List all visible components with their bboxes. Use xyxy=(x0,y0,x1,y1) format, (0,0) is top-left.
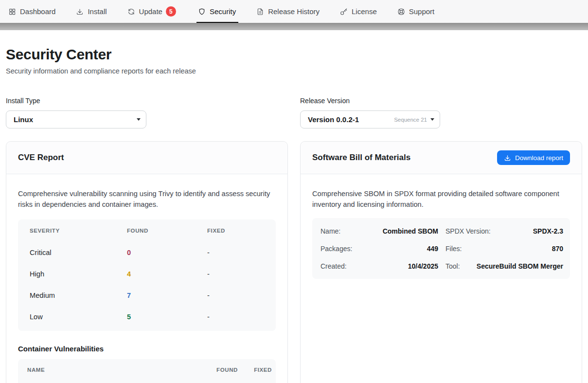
top-navigation: Dashboard Install Update 5 Security Rele… xyxy=(0,0,588,23)
nav-tab-label: Support xyxy=(409,7,435,16)
release-version-value: Version 0.0.2-1 xyxy=(308,115,394,124)
chevron-down-icon xyxy=(137,118,141,121)
detail-value: 870 xyxy=(552,245,563,253)
detail-label: Name: xyxy=(321,227,340,235)
sbom-body: Comprehensive SBOM in SPDX format provid… xyxy=(301,174,582,291)
container-table-header: NAME FOUND FIXED xyxy=(18,359,276,381)
found-count: 5 xyxy=(127,313,207,321)
refresh-icon xyxy=(127,8,135,16)
download-icon xyxy=(76,8,84,16)
found-column-header: FOUND xyxy=(127,228,207,234)
severity-column-header: SEVERITY xyxy=(30,228,127,234)
nav-tab-release-history[interactable]: Release History xyxy=(256,0,320,23)
sbom-detail-packages: Packages: 449 xyxy=(321,240,438,257)
fixed-column-header: FIXED xyxy=(238,367,272,373)
sbom-card: Software Bill of Materials Download repo… xyxy=(300,141,582,383)
shield-icon xyxy=(198,8,206,16)
fixed-count: - xyxy=(207,249,264,256)
sbom-details-panel: Name: Combined SBOM SPDX Version: SPDX-2… xyxy=(312,218,570,279)
nav-tab-label: Update xyxy=(139,7,162,16)
detail-value: 10/4/2025 xyxy=(408,262,438,270)
sbom-description: Comprehensive SBOM in SPDX format provid… xyxy=(312,189,570,210)
sequence-label: Sequence 21 xyxy=(394,117,427,123)
nav-tab-label: Security xyxy=(210,7,236,16)
container-vulnerabilities-title: Container Vulnerabilities xyxy=(18,345,276,353)
nav-tab-label: Release History xyxy=(268,7,320,16)
cve-report-header: CVE Report xyxy=(6,142,287,174)
download-report-label: Download report xyxy=(515,154,563,162)
install-type-select[interactable]: Linux xyxy=(6,110,146,128)
container-vulnerabilities-table: NAME FOUND FIXED xyxy=(18,359,276,383)
nav-tab-install[interactable]: Install xyxy=(76,0,107,23)
nav-tab-label: Dashboard xyxy=(20,7,55,16)
detail-value: Combined SBOM xyxy=(383,227,438,235)
download-icon xyxy=(504,154,511,162)
nav-tab-security[interactable]: Security xyxy=(198,0,236,23)
severity-row-medium: Medium 7 - xyxy=(18,285,276,306)
nav-tab-license[interactable]: License xyxy=(340,0,377,23)
install-type-label: Install Type xyxy=(6,97,288,105)
found-count: 0 xyxy=(127,249,207,256)
detail-value: SPDX-2.3 xyxy=(533,227,563,235)
dashboard-grid-icon xyxy=(8,8,16,16)
lifebuoy-icon xyxy=(397,8,405,16)
severity-label: Low xyxy=(30,313,127,321)
found-column-header: FOUND xyxy=(199,367,238,373)
fixed-count: - xyxy=(207,292,264,299)
sbom-detail-tool: Tool: SecureBuild SBOM Merger xyxy=(445,257,563,275)
page-title: Security Center xyxy=(6,46,582,63)
severity-label: High xyxy=(30,270,127,278)
filters-row: Install Type Linux Release Version Versi… xyxy=(6,97,582,128)
cve-report-title: CVE Report xyxy=(18,153,64,163)
install-type-filter: Install Type Linux xyxy=(6,97,288,128)
cards-row: CVE Report Comprehensive vulnerability s… xyxy=(6,141,582,383)
download-report-button[interactable]: Download report xyxy=(497,150,570,165)
sbom-detail-spdx-version: SPDX Version: SPDX-2.3 xyxy=(445,222,563,240)
severity-row-critical: Critical 0 - xyxy=(18,242,276,263)
key-icon xyxy=(340,8,348,16)
cve-report-description: Comprehensive vulnerability scanning usi… xyxy=(18,189,276,210)
nav-tab-dashboard[interactable]: Dashboard xyxy=(8,0,55,23)
severity-row-high: High 4 - xyxy=(18,263,276,285)
scroll-shadow xyxy=(0,23,588,30)
found-count: 7 xyxy=(127,292,207,299)
page-subtitle: Security information and compliance repo… xyxy=(6,67,582,75)
fixed-count: - xyxy=(207,270,264,278)
severity-table-header: SEVERITY FOUND FIXED xyxy=(18,219,276,242)
severity-label: Medium xyxy=(30,292,127,299)
severity-row-low: Low 5 - xyxy=(18,306,276,328)
detail-label: Created: xyxy=(321,262,347,270)
severity-table: SEVERITY FOUND FIXED Critical 0 - High 4… xyxy=(18,219,276,331)
cve-report-body: Comprehensive vulnerability scanning usi… xyxy=(6,174,287,383)
install-type-value: Linux xyxy=(14,115,137,124)
fixed-column-header: FIXED xyxy=(207,228,264,234)
name-column-header: NAME xyxy=(27,367,199,373)
detail-value: 449 xyxy=(427,245,438,253)
sbom-header: Software Bill of Materials Download repo… xyxy=(301,142,582,174)
sbom-title: Software Bill of Materials xyxy=(312,153,410,163)
detail-label: Tool: xyxy=(445,262,460,270)
detail-label: Files: xyxy=(445,245,462,253)
release-version-select[interactable]: Version 0.0.2-1 Sequence 21 xyxy=(300,110,440,128)
nav-tab-label: License xyxy=(352,7,377,16)
release-version-filter: Release Version Version 0.0.2-1 Sequence… xyxy=(300,97,582,128)
update-count-badge: 5 xyxy=(166,6,176,17)
sbom-detail-created: Created: 10/4/2025 xyxy=(321,257,438,275)
nav-tab-update[interactable]: Update 5 xyxy=(127,0,176,23)
detail-label: SPDX Version: xyxy=(445,227,491,235)
nav-tab-support[interactable]: Support xyxy=(397,0,435,23)
sbom-detail-files: Files: 870 xyxy=(445,240,563,257)
main-content: Security Center Security information and… xyxy=(0,46,588,383)
severity-label: Critical xyxy=(30,249,127,256)
file-text-icon xyxy=(256,8,264,16)
nav-tab-label: Install xyxy=(88,7,107,16)
fixed-count: - xyxy=(207,313,264,321)
release-version-label: Release Version xyxy=(300,97,582,105)
sbom-detail-name: Name: Combined SBOM xyxy=(321,222,438,240)
cve-report-card: CVE Report Comprehensive vulnerability s… xyxy=(6,141,288,383)
found-count: 4 xyxy=(127,270,207,278)
detail-label: Packages: xyxy=(321,245,352,253)
chevron-down-icon xyxy=(430,118,434,121)
detail-value: SecureBuild SBOM Merger xyxy=(477,262,563,270)
